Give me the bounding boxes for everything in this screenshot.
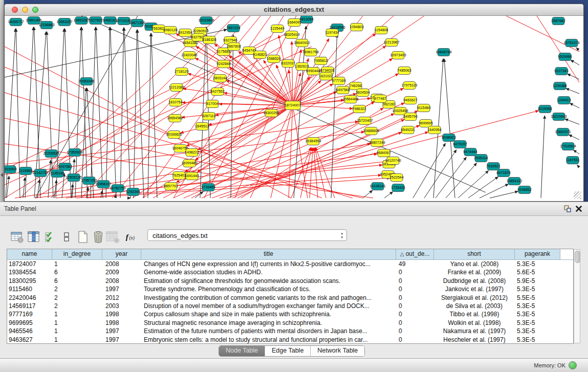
network-edge[interactable]: [574, 150, 579, 154]
network-node[interactable]: 1225449: [270, 25, 284, 33]
network-edge[interactable]: [37, 180, 39, 198]
cell-in_degree[interactable]: 6: [52, 277, 102, 285]
network-node[interactable]: 9684067: [377, 149, 390, 157]
table-row[interactable]: 946554611997Estimation of the future num…: [7, 327, 573, 335]
select-columns-icon[interactable]: [27, 230, 41, 244]
network-edge[interactable]: [331, 34, 337, 198]
network-edge[interactable]: [75, 27, 81, 198]
network-node[interactable]: 8215958: [538, 105, 552, 113]
cell-year[interactable]: 1998: [102, 319, 141, 327]
network-node[interactable]: 7986322: [352, 105, 366, 113]
table-row[interactable]: 946362711997Embryonic stem cells: a mode…: [7, 336, 573, 344]
network-node[interactable]: 2522544: [389, 174, 403, 182]
cell-short[interactable]: Nakamura et al. (1997): [434, 327, 515, 335]
cell-year[interactable]: 2008: [102, 260, 141, 268]
tab-network-table[interactable]: Network Table: [310, 346, 364, 356]
network-node[interactable]: 1845512: [195, 123, 209, 130]
cell-name[interactable]: 14569117: [7, 302, 52, 310]
network-node[interactable]: 8186328: [202, 36, 216, 44]
network-edge[interactable]: [413, 143, 445, 198]
column-header-out_de[interactable]: △ out_de...: [396, 249, 434, 259]
cell-out_de[interactable]: 0: [396, 302, 434, 310]
network-node[interactable]: 3915909: [5, 166, 17, 173]
network-edge[interactable]: [566, 89, 579, 94]
cell-in_degree[interactable]: 6: [52, 268, 102, 276]
network-node[interactable]: 1691440: [185, 172, 199, 180]
cell-name[interactable]: 18300295: [7, 277, 52, 285]
table-row[interactable]: 911546021997Tourette syndrome. Phenomeno…: [7, 285, 573, 293]
network-edge[interactable]: [571, 60, 579, 65]
network-node[interactable]: 2718120: [175, 68, 188, 76]
create-table-icon[interactable]: [76, 230, 90, 244]
network-node[interactable]: 9857791: [164, 183, 178, 190]
column-header-name[interactable]: name: [7, 249, 52, 259]
collapse-panel-icon[interactable]: [1, 173, 3, 177]
network-node[interactable]: 20206535: [43, 150, 59, 158]
float-panel-icon[interactable]: [563, 205, 572, 213]
network-node[interactable]: 12505135: [66, 174, 81, 182]
cell-title[interactable]: Genome-wide association studies in ADHD.: [141, 268, 396, 276]
network-edge[interactable]: [293, 105, 353, 108]
network-node[interactable]: 18325419: [284, 31, 299, 39]
column-header-in_degree[interactable]: in_degree: [52, 249, 102, 259]
network-edge[interactable]: [191, 102, 374, 198]
network-node[interactable]: 1115686: [19, 167, 32, 175]
network-edge[interactable]: [148, 33, 151, 198]
network-node[interactable]: 8990448: [306, 68, 320, 75]
cell-title[interactable]: Structural magnetic resonance image aver…: [141, 319, 396, 327]
network-node[interactable]: 9529966: [558, 53, 572, 61]
cell-title[interactable]: Estimation of significance thresholds fo…: [141, 277, 396, 285]
table-row[interactable]: 1456911722003Disruption of a novel membe…: [7, 302, 573, 310]
column-header-short[interactable]: short: [434, 249, 515, 259]
network-node[interactable]: 10973493: [390, 52, 406, 59]
cell-out_de[interactable]: 0: [396, 310, 434, 318]
cell-pagerank[interactable]: 5.6E-5: [515, 268, 560, 276]
cell-in_degree[interactable]: 2: [52, 302, 102, 310]
network-node[interactable]: 1733426: [391, 184, 405, 192]
cell-year[interactable]: 2012: [102, 294, 141, 302]
network-node[interactable]: 6549231: [401, 126, 415, 134]
network-node[interactable]: 16782759: [110, 185, 125, 192]
tab-node-table[interactable]: Node Table: [219, 346, 265, 356]
network-node[interactable]: 8471676: [496, 169, 510, 177]
network-edge[interactable]: [151, 33, 157, 198]
network-node[interactable]: 6497568: [336, 86, 350, 94]
cell-title[interactable]: Estimation of the future numbers of pati…: [141, 327, 396, 335]
network-node[interactable]: 2867608: [227, 43, 241, 51]
function-builder-icon[interactable]: f (x): [125, 230, 139, 244]
cell-short[interactable]: Stergiakouli et al. (2012): [434, 294, 515, 302]
cell-name[interactable]: 9777169: [7, 310, 52, 318]
cell-out_de[interactable]: 49: [396, 260, 434, 268]
network-node[interactable]: 9227343: [554, 68, 568, 75]
network-edge[interactable]: [184, 103, 404, 198]
table-row[interactable]: 977716911998Corpus callosum shape and si…: [7, 310, 573, 318]
network-node[interactable]: 18724007: [285, 101, 300, 110]
table-row[interactable]: 1830029562008Estimation of significance …: [7, 277, 573, 285]
cell-year[interactable]: 1998: [102, 310, 141, 318]
cell-short[interactable]: Franke et al. (2009): [434, 268, 515, 276]
cell-name[interactable]: 18724007: [7, 260, 52, 268]
network-node[interactable]: 9146821: [253, 51, 267, 59]
network-node[interactable]: 15751074: [563, 39, 579, 47]
network-node[interactable]: 6479197: [453, 141, 467, 148]
network-node[interactable]: 7955812: [314, 57, 328, 65]
network-node[interactable]: 10688609: [363, 127, 379, 135]
cell-in_degree[interactable]: 2: [52, 294, 102, 302]
column-header-year[interactable]: year: [102, 249, 141, 259]
cell-title[interactable]: Embryonic stem cells: a model to study s…: [141, 336, 396, 344]
cell-title[interactable]: Changes of HCN gene expression and I(f) …: [141, 260, 396, 268]
network-node[interactable]: 1588520: [267, 55, 280, 63]
network-node[interactable]: 1810754: [168, 99, 182, 106]
network-edge[interactable]: [5, 118, 363, 198]
cell-name[interactable]: 19384554: [7, 268, 52, 276]
network-node[interactable]: 1527602: [89, 17, 102, 25]
column-header-title[interactable]: title: [141, 249, 396, 259]
cell-short[interactable]: Yano et al. (2008): [434, 260, 515, 268]
cell-title[interactable]: Disruption of a novel member of a sodium…: [141, 302, 396, 310]
network-edge[interactable]: [209, 105, 293, 125]
network-graph[interactable]: 1405571720891406121568631055325710653287…: [5, 16, 582, 200]
network-node[interactable]: 1292344: [126, 188, 140, 196]
network-node[interactable]: 16961758: [302, 49, 318, 56]
cell-in_degree[interactable]: 2: [52, 285, 102, 293]
network-edge[interactable]: [384, 192, 393, 198]
